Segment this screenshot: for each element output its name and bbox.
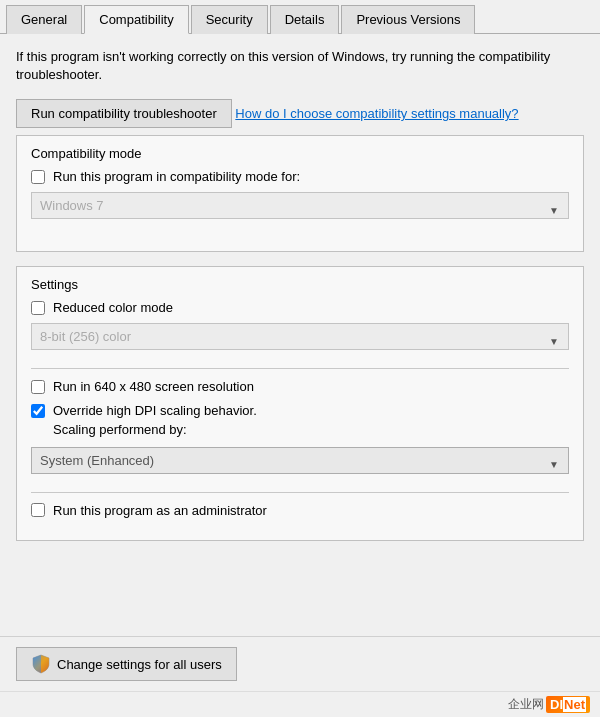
- run-troubleshooter-button[interactable]: Run compatibility troubleshooter: [16, 99, 232, 128]
- run-as-admin-label[interactable]: Run this program as an administrator: [53, 503, 267, 518]
- compatibility-mode-dropdown-wrapper: Windows 7 Windows 8 Windows 10 Windows X…: [31, 192, 569, 227]
- bottom-bar: Change settings for all users: [0, 636, 600, 691]
- watermark-site: 企业网: [508, 696, 544, 713]
- tab-details[interactable]: Details: [270, 5, 340, 34]
- compatibility-mode-checkbox-label[interactable]: Run this program in compatibility mode f…: [53, 169, 300, 184]
- color-dropdown-wrapper: 8-bit (256) color 16-bit (65536) color: [31, 323, 569, 358]
- tab-previous-versions[interactable]: Previous Versions: [341, 5, 475, 34]
- tab-content: If this program isn't working correctly …: [0, 34, 600, 636]
- watermark: 企业网 DINet: [0, 691, 600, 717]
- compatibility-mode-section: Compatibility mode Run this program in c…: [16, 135, 584, 252]
- compatibility-mode-checkbox[interactable]: [31, 170, 45, 184]
- watermark-text: 企业网 DINet: [508, 696, 590, 713]
- manual-settings-link[interactable]: How do I choose compatibility settings m…: [235, 106, 518, 121]
- compatibility-mode-label: Compatibility mode: [31, 146, 569, 161]
- dpi-scaling-checkbox[interactable]: [31, 404, 45, 418]
- watermark-logo: DINet: [546, 696, 590, 713]
- color-dropdown[interactable]: 8-bit (256) color 16-bit (65536) color: [31, 323, 569, 350]
- separator-1: [31, 368, 569, 369]
- run-as-admin-row: Run this program as an administrator: [31, 503, 569, 518]
- compatibility-mode-dropdown[interactable]: Windows 7 Windows 8 Windows 10 Windows X…: [31, 192, 569, 219]
- screen-resolution-checkbox[interactable]: [31, 380, 45, 394]
- change-settings-label: Change settings for all users: [57, 657, 222, 672]
- compatibility-mode-checkbox-row: Run this program in compatibility mode f…: [31, 169, 569, 184]
- dpi-scaling-label[interactable]: Override high DPI scaling behavior. Scal…: [53, 402, 257, 438]
- change-settings-button[interactable]: Change settings for all users: [16, 647, 237, 681]
- settings-label: Settings: [31, 277, 569, 292]
- tab-general[interactable]: General: [6, 5, 82, 34]
- dpi-scaling-row: Override high DPI scaling behavior. Scal…: [31, 402, 569, 438]
- scaling-dropdown[interactable]: System (Enhanced) Application System: [31, 447, 569, 474]
- scaling-dropdown-wrapper: System (Enhanced) Application System: [31, 447, 569, 482]
- screen-resolution-row: Run in 640 x 480 screen resolution: [31, 379, 569, 394]
- tab-compatibility[interactable]: Compatibility: [84, 5, 188, 34]
- separator-2: [31, 492, 569, 493]
- reduced-color-checkbox[interactable]: [31, 301, 45, 315]
- screen-resolution-label[interactable]: Run in 640 x 480 screen resolution: [53, 379, 254, 394]
- intro-text: If this program isn't working correctly …: [16, 48, 584, 84]
- tab-bar: General Compatibility Security Details P…: [0, 0, 600, 34]
- tab-security[interactable]: Security: [191, 5, 268, 34]
- reduced-color-label[interactable]: Reduced color mode: [53, 300, 173, 315]
- reduced-color-row: Reduced color mode: [31, 300, 569, 315]
- shield-icon: [31, 654, 51, 674]
- settings-section: Settings Reduced color mode 8-bit (256) …: [16, 266, 584, 540]
- run-as-admin-checkbox[interactable]: [31, 503, 45, 517]
